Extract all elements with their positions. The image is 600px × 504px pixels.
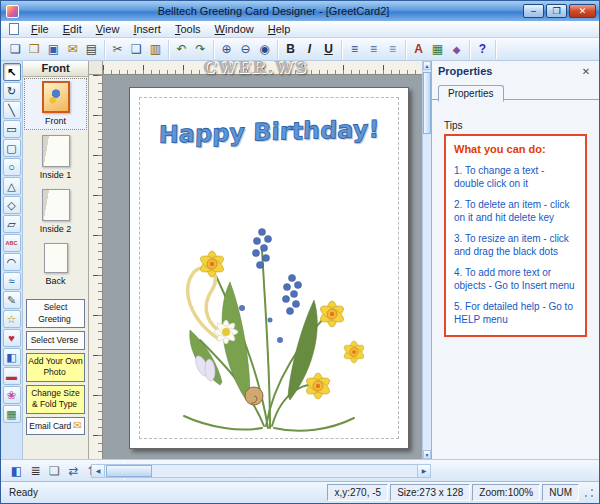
- scroll-up-arrow[interactable]: ▲: [423, 61, 431, 70]
- card-pages-panel: Front Front Inside 1 Inside 2: [23, 61, 89, 459]
- pointer-tool[interactable]: ↖: [3, 63, 21, 81]
- menu-items: FileEditViewInsertToolsWindowHelp: [24, 22, 297, 36]
- bold-button[interactable]: B: [281, 40, 300, 59]
- email-card-button[interactable]: Email Card✉: [26, 417, 85, 436]
- zoom-fit-button[interactable]: ◉: [255, 40, 274, 59]
- cut-button[interactable]: ✂: [108, 40, 127, 59]
- open-button[interactable]: ❒: [25, 40, 44, 59]
- page-label: Inside 1: [40, 170, 72, 180]
- window-controls: – ❒ ✕: [523, 4, 596, 18]
- change-size-button[interactable]: Change Size & Fold Type: [26, 385, 85, 414]
- save-button[interactable]: ▣: [44, 40, 63, 59]
- insert-text-button[interactable]: A: [409, 40, 428, 59]
- zoom-in-button[interactable]: ⊕: [217, 40, 236, 59]
- shape-color-button[interactable]: ◧: [7, 461, 26, 480]
- properties-panel: Properties ✕ Properties Tips What you ca…: [431, 61, 599, 459]
- scroll-down-arrow[interactable]: ▼: [423, 450, 431, 459]
- tip-item: 4. To add more text or objects - Go to I…: [454, 266, 577, 292]
- align-right-button[interactable]: ≡: [383, 40, 402, 59]
- diamond-tool[interactable]: ◇: [3, 196, 21, 214]
- title-bar: Belltech Greeting Card Designer - [Greet…: [1, 1, 599, 21]
- line-width-button[interactable]: ≣: [26, 461, 45, 480]
- curve-tool[interactable]: ≈: [3, 272, 21, 290]
- add-photo-button[interactable]: Add Your Own Photo: [26, 353, 85, 382]
- horizontal-scroll-thumb[interactable]: [106, 465, 152, 477]
- minimize-button[interactable]: –: [523, 4, 544, 18]
- rounded-rectangle-tool[interactable]: ▢: [3, 139, 21, 157]
- shadow-button[interactable]: ❏: [45, 461, 64, 480]
- line-color-tool[interactable]: ▬: [3, 367, 21, 385]
- pencil-tool[interactable]: ✎: [3, 291, 21, 309]
- clipart-tool[interactable]: ❀: [3, 386, 21, 404]
- scroll-left-arrow[interactable]: ◀: [92, 465, 105, 477]
- page-inside1[interactable]: Inside 1: [23, 131, 88, 185]
- fill-color-tool[interactable]: ◧: [3, 348, 21, 366]
- page-label: Front: [45, 116, 66, 126]
- line-tool[interactable]: ╲: [3, 101, 21, 119]
- insert-shape-button[interactable]: ◆: [447, 40, 466, 59]
- rectangle-tool[interactable]: ▭: [3, 120, 21, 138]
- flip-horizontal-button[interactable]: ⇄: [64, 461, 83, 480]
- menu-help[interactable]: Help: [261, 22, 298, 36]
- paste-button[interactable]: ▥: [146, 40, 165, 59]
- photo-tool[interactable]: ▦: [3, 405, 21, 423]
- align-left-button[interactable]: ≡: [345, 40, 364, 59]
- heart-tool[interactable]: ♥: [3, 329, 21, 347]
- maximize-button[interactable]: ❒: [546, 4, 567, 18]
- page-thumbnail-icon: [42, 189, 70, 221]
- zoom-out-button[interactable]: ⊖: [236, 40, 255, 59]
- rotate-tool[interactable]: ↻: [3, 82, 21, 100]
- close-button[interactable]: ✕: [569, 4, 596, 18]
- tips-box: What you can do: 1. To change a text - d…: [444, 134, 587, 337]
- new-button[interactable]: ❏: [6, 40, 25, 59]
- text-tool[interactable]: ABC: [3, 234, 21, 252]
- card-page[interactable]: Happy Birthday!: [129, 87, 409, 449]
- undo-button[interactable]: ↶: [172, 40, 191, 59]
- arc-tool[interactable]: ◠: [3, 253, 21, 271]
- underline-button[interactable]: U: [319, 40, 338, 59]
- menu-window[interactable]: Window: [208, 22, 261, 36]
- tab-properties[interactable]: Properties: [438, 85, 504, 102]
- print-button[interactable]: ▤: [82, 40, 101, 59]
- page-inside2[interactable]: Inside 2: [23, 185, 88, 239]
- ellipse-tool[interactable]: ○: [3, 158, 21, 176]
- toolbar-group-align: ≡≡≡: [342, 40, 406, 59]
- copy-button[interactable]: ❑: [127, 40, 146, 59]
- page-back[interactable]: Back: [23, 239, 88, 293]
- vertical-scroll-thumb[interactable]: [423, 72, 431, 134]
- email-button[interactable]: ✉: [63, 40, 82, 59]
- align-center-button[interactable]: ≡: [364, 40, 383, 59]
- resize-grip[interactable]: [583, 487, 595, 499]
- vertical-scrollbar[interactable]: ▲ ▼: [422, 61, 431, 459]
- panel-close-icon[interactable]: ✕: [579, 66, 593, 77]
- flower-bouquet-image[interactable]: [150, 190, 390, 436]
- page-front[interactable]: Front: [23, 77, 88, 131]
- triangle-tool[interactable]: △: [3, 177, 21, 195]
- menu-edit[interactable]: Edit: [56, 22, 89, 36]
- horizontal-scrollbar[interactable]: ◀ ▶: [91, 464, 431, 478]
- select-greeting-button[interactable]: Select Greeting: [26, 299, 85, 328]
- star-tool[interactable]: ☆: [3, 310, 21, 328]
- page-thumbnails: Front Inside 1 Inside 2 Back: [23, 77, 88, 293]
- menu-insert[interactable]: Insert: [126, 22, 168, 36]
- menu-tools[interactable]: Tools: [168, 22, 208, 36]
- select-verse-button[interactable]: Select Verse: [26, 331, 85, 350]
- tip-item: 1. To change a text - double click on it: [454, 164, 577, 190]
- status-num: NUM: [542, 484, 579, 501]
- menu-file[interactable]: File: [24, 22, 56, 36]
- drawing-toolbar: ↖↻╲▭▢○△◇▱ABC◠≈✎☆♥◧▬❀▦: [1, 61, 23, 459]
- toolbar-group-help: ?: [470, 40, 496, 59]
- page-label: Back: [45, 276, 65, 286]
- design-viewport[interactable]: Happy Birthday!: [103, 75, 422, 459]
- insert-image-button[interactable]: ▦: [428, 40, 447, 59]
- button-label: Change Size & Fold Type: [31, 388, 80, 410]
- menu-view[interactable]: View: [89, 22, 127, 36]
- italic-button[interactable]: I: [300, 40, 319, 59]
- tips-heading: What you can do:: [454, 143, 577, 155]
- application-window: Belltech Greeting Card Designer - [Greet…: [0, 0, 600, 504]
- scroll-right-arrow[interactable]: ▶: [417, 465, 430, 477]
- menu-bar: FileEditViewInsertToolsWindowHelp: [1, 21, 599, 38]
- parallelogram-tool[interactable]: ▱: [3, 215, 21, 233]
- help-button[interactable]: ?: [473, 40, 492, 59]
- redo-button[interactable]: ↷: [191, 40, 210, 59]
